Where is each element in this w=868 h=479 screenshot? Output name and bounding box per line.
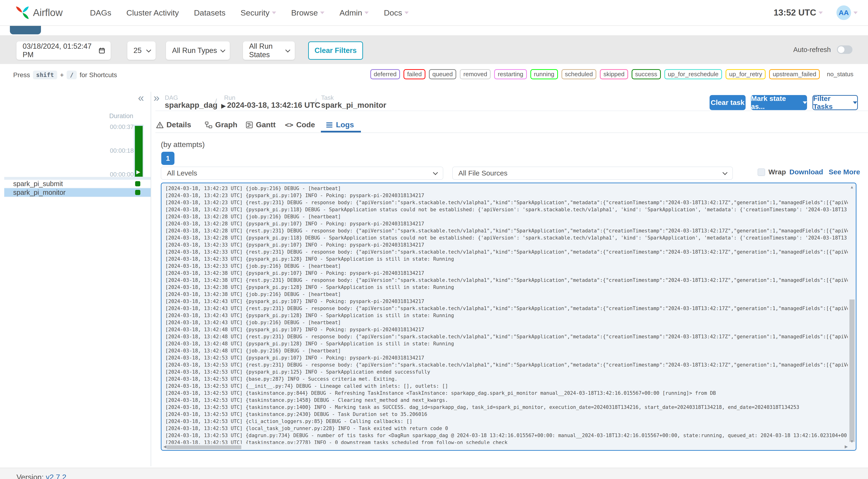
airflow-logo-icon[interactable] xyxy=(14,5,30,21)
run-marker-icon: ▶ xyxy=(136,169,140,175)
nav-menu-item[interactable]: Cluster Activity xyxy=(126,8,179,18)
status-badge[interactable]: success xyxy=(632,69,661,79)
clear-task-button[interactable]: Clear task xyxy=(710,95,746,110)
vertical-scrollbar[interactable] xyxy=(849,299,855,442)
status-badge[interactable]: up_for_reschedule xyxy=(664,69,722,79)
log-line: [2024-03-18, 13:42:28 UTC] {pyspark_pi.p… xyxy=(165,234,848,242)
tab-gantt[interactable]: Gantt xyxy=(246,121,276,129)
status-badge[interactable]: upstream_failed xyxy=(769,69,820,79)
header-divider xyxy=(155,110,868,111)
chevron-down-icon[interactable] xyxy=(854,11,858,14)
clear-filters-button[interactable]: Clear Filters xyxy=(308,41,363,60)
status-badge[interactable]: up_for_retry xyxy=(725,69,766,79)
log-line: [2024-03-18, 13:42:53 UTC] {base.py:287}… xyxy=(165,376,848,383)
download-link[interactable]: Download xyxy=(789,168,823,176)
auto-refresh-toggle[interactable] xyxy=(837,45,852,54)
run-types-select[interactable]: All Run Types xyxy=(166,41,230,60)
log-line: [2024-03-18, 13:42:28 UTC] {pyspark_pi.p… xyxy=(165,220,848,227)
log-line: [2024-03-18, 13:42:33 UTC] {pyspark_pi.p… xyxy=(165,255,848,262)
task-name: spark_pi_submit xyxy=(13,180,63,188)
status-badge[interactable]: no_status xyxy=(823,69,857,79)
see-more-link[interactable]: See More xyxy=(829,168,860,176)
gantt-icon xyxy=(246,121,253,129)
horizontal-scrollbar[interactable] xyxy=(167,445,241,449)
chevron-down-icon xyxy=(433,170,438,175)
calendar-icon xyxy=(98,46,105,55)
log-line: [2024-03-18, 13:42:48 UTC] {rest.py:231}… xyxy=(165,333,848,340)
log-line: [2024-03-18, 13:42:43 UTC] {pyspark_pi.p… xyxy=(165,298,848,305)
log-output-panel[interactable]: [2024-03-18, 13:42:23 UTC] {job.py:216} … xyxy=(161,183,857,451)
nav-menu-item[interactable]: Docs xyxy=(384,8,408,18)
chevron-down-icon xyxy=(365,11,369,14)
file-source-select[interactable]: All File Sources xyxy=(452,166,733,180)
filter-bar: 03/18/2024, 01:52:47 PM 25 All Run Types… xyxy=(0,35,868,64)
tab-logs[interactable]: Logs xyxy=(326,121,354,129)
log-line: [2024-03-18, 13:42:23 UTC] {rest.py:231}… xyxy=(165,199,848,206)
run-states-select[interactable]: All Run States xyxy=(243,41,295,60)
navbar-right: 13:52 UTC AA xyxy=(774,5,858,20)
slash-key: / xyxy=(67,71,77,79)
scroll-right-icon[interactable]: ▶ xyxy=(845,445,848,449)
collapse-sidebar-icon[interactable]: « xyxy=(138,92,144,103)
log-line: [2024-03-18, 13:42:38 UTC] {pyspark_pi.p… xyxy=(165,284,848,291)
breadcrumb-separator: / xyxy=(215,97,217,106)
breadcrumb-task[interactable]: spark_pi_monitor xyxy=(321,101,386,109)
base-date-input[interactable]: 03/18/2024, 01:52:47 PM xyxy=(17,41,111,60)
log-line: [2024-03-18, 13:42:48 UTC] {job.py:216} … xyxy=(165,347,848,354)
status-badge[interactable]: scheduled xyxy=(561,69,596,79)
chevron-down-icon xyxy=(722,170,727,175)
scroll-up-icon[interactable]: ▲ xyxy=(850,185,854,189)
tab-code[interactable]: <> Code xyxy=(285,121,315,129)
status-badge[interactable]: restarting xyxy=(494,69,527,79)
status-badge[interactable]: queued xyxy=(429,69,457,79)
mark-state-button[interactable]: Mark state as... xyxy=(751,95,807,110)
utc-clock[interactable]: 13:52 UTC xyxy=(774,8,816,18)
task-success-square[interactable] xyxy=(135,190,140,195)
log-line: [2024-03-18, 13:42:53 UTC] {taskinstance… xyxy=(165,397,848,404)
task-name: spark_pi_monitor xyxy=(13,189,65,196)
version-link[interactable]: v2.7.2 xyxy=(46,473,66,479)
scroll-left-icon[interactable]: ◀ xyxy=(163,445,166,449)
graph-icon xyxy=(205,121,212,129)
attempt-1-button[interactable]: 1 xyxy=(161,152,175,165)
status-badge[interactable]: skipped xyxy=(600,69,628,79)
filter-tasks-button[interactable]: Filter Tasks xyxy=(812,95,858,110)
status-badge[interactable]: deferred xyxy=(370,69,400,79)
chevron-down-icon xyxy=(803,101,807,104)
nav-menu: DAGs Cluster Activity Datasets Security … xyxy=(90,8,409,18)
code-icon: <> xyxy=(285,121,293,129)
page-size-select[interactable]: 25 xyxy=(127,41,156,60)
tab-details[interactable]: Details xyxy=(156,121,191,129)
nav-menu-item[interactable]: Datasets xyxy=(194,8,225,18)
breadcrumb-separator: / xyxy=(314,97,317,106)
user-avatar[interactable]: AA xyxy=(836,5,851,20)
nav-menu-item[interactable]: DAGs xyxy=(90,8,111,18)
task-success-square[interactable] xyxy=(135,181,140,186)
log-line: [2024-03-18, 13:42:23 UTC] {job.py:216} … xyxy=(165,185,848,192)
wrap-checkbox[interactable] xyxy=(757,168,765,176)
nav-menu-item[interactable]: Security xyxy=(241,8,276,18)
status-badge[interactable]: removed xyxy=(460,69,491,79)
log-line: [2024-03-18, 13:42:53 UTC] {cli_action_l… xyxy=(165,418,848,425)
task-row[interactable]: spark_pi_monitor xyxy=(4,188,151,197)
log-line: [2024-03-18, 13:42:28 UTC] {job.py:216} … xyxy=(165,213,848,220)
tab-graph[interactable]: Graph xyxy=(205,121,237,129)
task-row[interactable]: spark_pi_submit xyxy=(4,180,151,188)
nav-menu-item[interactable]: Browse xyxy=(291,8,324,18)
log-line: [2024-03-18, 13:42:38 UTC] {rest.py:231}… xyxy=(165,277,848,284)
scroll-down-icon[interactable]: ▼ xyxy=(850,440,854,444)
nav-menu-item[interactable]: Admin xyxy=(339,8,369,18)
breadcrumb-dag[interactable]: sparkapp_dag xyxy=(165,101,218,109)
toggle-knob xyxy=(838,46,844,53)
task-list: spark_pi_submit spark_pi_monitor xyxy=(4,180,151,197)
log-line: [2024-03-18, 13:42:38 UTC] {job.py:216} … xyxy=(165,291,848,298)
log-level-select[interactable]: All Levels xyxy=(161,166,443,180)
log-line: [2024-03-18, 13:42:53 UTC] {pyspark_pi.p… xyxy=(165,354,848,361)
panel-divider[interactable] xyxy=(151,92,151,466)
status-badge[interactable]: failed xyxy=(404,69,425,79)
breadcrumb-run[interactable]: ▶2024-03-18, 13:42:16 UTC xyxy=(221,101,320,109)
chevron-down-icon[interactable] xyxy=(818,11,823,14)
wrap-label: Wrap xyxy=(768,168,786,176)
expand-details-icon[interactable]: » xyxy=(154,92,160,103)
status-badge[interactable]: running xyxy=(530,69,558,79)
